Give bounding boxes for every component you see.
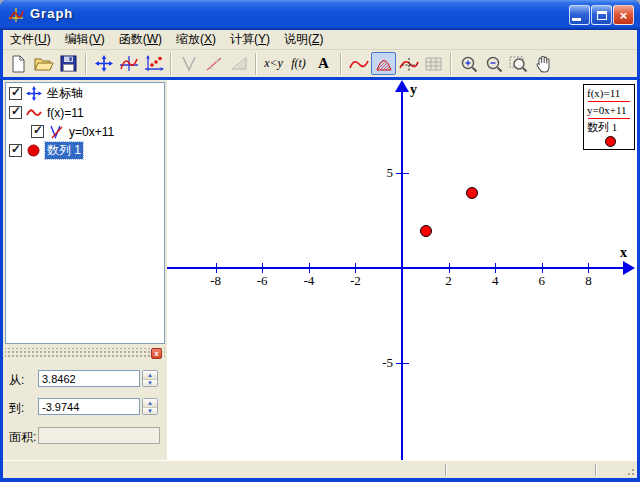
resize-grip[interactable] xyxy=(623,464,636,477)
legend-box: f(x)=11 y=0x+11 数列 1 xyxy=(583,84,635,150)
open-button[interactable] xyxy=(31,52,56,75)
spin-down-icon[interactable]: ▼ xyxy=(143,380,157,388)
close-icon: × xyxy=(620,9,628,22)
tree-item-function[interactable]: f(x)=11 xyxy=(6,104,164,121)
calc-panel-close-button[interactable]: x xyxy=(151,348,162,359)
to-row: 到: ▲▼ xyxy=(3,398,167,416)
minimize-icon xyxy=(572,18,581,21)
from-spinner[interactable]: ▲▼ xyxy=(142,370,158,387)
maximize-icon xyxy=(597,11,607,20)
zoom-out-icon xyxy=(485,55,503,73)
tree-label-axes[interactable]: 坐标轴 xyxy=(45,85,85,102)
menu-calc[interactable]: 计算(Y) xyxy=(223,29,277,50)
spin-down-icon[interactable]: ▼ xyxy=(143,408,157,416)
menu-zoom[interactable]: 缩放(X) xyxy=(169,29,223,50)
toolbar-separator xyxy=(85,53,87,75)
x-tick xyxy=(309,263,310,273)
zoom-window-icon xyxy=(509,55,528,73)
insert-relation-button[interactable]: x<y xyxy=(261,52,286,75)
x-tick xyxy=(542,263,543,273)
from-input[interactable] xyxy=(38,370,140,387)
window-title: Graph xyxy=(30,6,73,21)
save-floppy-icon xyxy=(60,55,77,72)
function-list[interactable]: 坐标轴 f(x)=11 y=0x+11 xyxy=(5,82,165,344)
new-button[interactable] xyxy=(6,52,31,75)
x-tick xyxy=(495,263,496,273)
axes-checkbox[interactable] xyxy=(9,87,22,100)
area-under-curve-icon xyxy=(375,57,393,71)
red-dot-swatch xyxy=(605,136,616,147)
spin-up-icon[interactable]: ▲ xyxy=(143,371,157,380)
insert-text-label-button[interactable]: A xyxy=(311,52,336,75)
data-point xyxy=(420,225,432,237)
spin-up-icon[interactable]: ▲ xyxy=(143,399,157,408)
menu-edit[interactable]: 编辑(V) xyxy=(58,29,112,50)
point-series-checkbox[interactable] xyxy=(9,144,22,157)
x-tick-label: -8 xyxy=(203,273,229,289)
zoom-in-button[interactable] xyxy=(456,52,481,75)
insert-tangent-button[interactable] xyxy=(176,52,201,75)
tree-label-point-series[interactable]: 数列 1 xyxy=(45,142,83,159)
insert-trendline-button[interactable] xyxy=(201,52,226,75)
point-series-icon xyxy=(25,143,42,158)
x-tick xyxy=(355,263,356,273)
x-tick-label: -2 xyxy=(342,273,368,289)
from-row: 从: ▲▼ xyxy=(3,370,167,388)
trendline-icon xyxy=(205,56,223,72)
tree-label-function[interactable]: f(x)=11 xyxy=(45,106,86,120)
calc-length-button[interactable] xyxy=(346,52,371,75)
zoom-window-button[interactable] xyxy=(506,52,531,75)
calc-area-button[interactable] xyxy=(371,52,396,75)
menu-bar: 文件(U) 编辑(V) 函数(W) 缩放(X) 计算(Y) 说明(Z) xyxy=(3,30,637,50)
toolbar-separator xyxy=(340,53,342,75)
y-axis xyxy=(401,88,403,460)
menu-function[interactable]: 函数(W) xyxy=(112,29,169,50)
area-output xyxy=(38,427,160,444)
save-button[interactable] xyxy=(56,52,81,75)
function-checkbox[interactable] xyxy=(9,106,22,119)
plot-canvas[interactable]: x y f(x)=11 y=0x+11 数列 1 -8-6-4-224685-5 xyxy=(167,80,637,460)
tree-item-point-series[interactable]: 数列 1 xyxy=(6,142,164,159)
calc-panel-gripper[interactable] xyxy=(5,348,165,359)
x-tick-label: 8 xyxy=(575,273,601,289)
insert-parametric-button[interactable]: f(t) xyxy=(286,52,311,75)
title-bar[interactable]: Graph × xyxy=(0,0,640,30)
menu-file[interactable]: 文件(U) xyxy=(3,29,58,50)
axes-settings-button[interactable] xyxy=(91,52,116,75)
x-axis-arrow-icon xyxy=(623,261,635,275)
status-divider xyxy=(595,464,597,476)
shading-icon xyxy=(230,56,248,71)
tree-item-tangent[interactable]: y=0x+11 xyxy=(6,123,164,140)
legend-item: 数列 1 xyxy=(584,119,634,133)
insert-function-icon xyxy=(119,55,139,72)
close-button[interactable]: × xyxy=(613,5,634,25)
window-border xyxy=(0,478,640,482)
calc-evaluate-button[interactable] xyxy=(396,52,421,75)
table-icon xyxy=(425,57,442,71)
parabola-icon xyxy=(180,56,198,72)
show-table-button[interactable] xyxy=(421,52,446,75)
minimize-button[interactable] xyxy=(569,5,590,25)
menu-help[interactable]: 说明(Z) xyxy=(277,29,330,50)
y-axis-arrow-icon xyxy=(395,80,409,92)
insert-point-series-icon xyxy=(144,55,164,72)
insert-function-button[interactable] xyxy=(116,52,141,75)
tree-item-axes[interactable]: 坐标轴 xyxy=(6,85,164,102)
tree-label-tangent[interactable]: y=0x+11 xyxy=(67,125,116,139)
x-tick xyxy=(588,263,589,273)
toolbar-separator xyxy=(170,53,172,75)
to-input[interactable] xyxy=(38,398,140,415)
y-tick-label: -5 xyxy=(367,355,393,371)
zoom-out-button[interactable] xyxy=(481,52,506,75)
maximize-button[interactable] xyxy=(591,5,612,25)
x-tick-label: -6 xyxy=(249,273,275,289)
insert-shading-button[interactable] xyxy=(226,52,251,75)
app-icon xyxy=(8,7,24,23)
tangent-icon xyxy=(47,124,64,139)
tangent-checkbox[interactable] xyxy=(31,125,44,138)
insert-point-series-button[interactable] xyxy=(141,52,166,75)
to-spinner[interactable]: ▲▼ xyxy=(142,398,158,415)
graph-app-window: Graph × 文件(U) 编辑(V) 函数(W) 缩放(X) 计算(Y) 说明… xyxy=(0,0,640,482)
x-tick-label: -4 xyxy=(296,273,322,289)
pan-button[interactable] xyxy=(531,52,556,75)
